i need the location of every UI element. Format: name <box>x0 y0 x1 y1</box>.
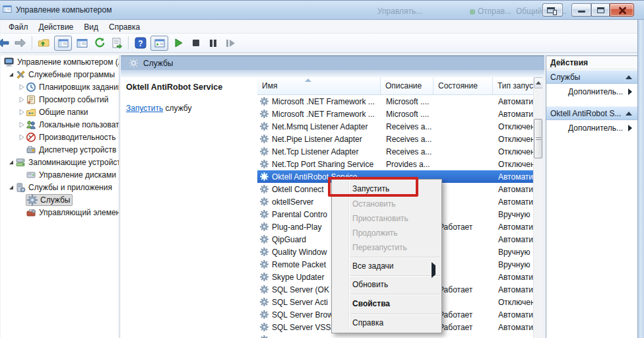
service-startup-type-cell: Отключена <box>493 147 533 156</box>
expander-closed-icon[interactable] <box>18 96 26 103</box>
menu-file[interactable]: Файл <box>3 21 34 33</box>
properties-icon[interactable] <box>75 36 89 50</box>
collapse-icon[interactable] <box>626 75 632 79</box>
service-row[interactable]: Microsoft .NET Framework ... Microsoft .… <box>257 108 533 120</box>
scroll-thumb[interactable] <box>534 119 542 158</box>
tree-item-task-scheduler[interactable]: Планировщик заданий <box>1 81 119 93</box>
column-header-description[interactable]: Описание <box>381 77 434 94</box>
tree-item-services-apps[interactable]: Службы и приложения <box>1 181 119 193</box>
menu-view[interactable]: Вид <box>79 21 104 33</box>
tree-item-system-tools[interactable]: Служебные программы <box>1 68 119 81</box>
tree-item-computer-management[interactable]: Управление компьютером (л <box>1 55 119 68</box>
refresh-icon[interactable] <box>92 36 106 50</box>
maximize-button[interactable] <box>591 3 610 17</box>
service-gear-icon <box>260 285 269 294</box>
service-row[interactable]: Net.Tcp Listener Adapter Receives a... О… <box>257 145 533 158</box>
back-icon[interactable] <box>0 36 10 50</box>
column-header-status[interactable]: Состояние <box>434 77 493 94</box>
show-action-pane-icon[interactable] <box>150 36 168 51</box>
submenu-arrow-icon <box>432 263 435 277</box>
service-row[interactable]: Microsoft .NET Framework ... Microsoft .… <box>257 95 533 108</box>
collapse-icon[interactable] <box>626 112 632 116</box>
tree-selection: Службы <box>26 194 73 206</box>
menu-help[interactable]: Справка <box>104 21 145 33</box>
actions-section-oktell[interactable]: Oktell AntiRobot S... <box>546 106 637 120</box>
expander-closed-icon[interactable] <box>18 134 26 141</box>
menubar: Файл Действие Вид Справка <box>1 20 637 34</box>
menu-separator <box>350 275 440 276</box>
column-header-startup-type[interactable]: Тип запус <box>493 77 533 94</box>
service-row[interactable] <box>257 333 533 338</box>
scroll-up-button[interactable] <box>534 77 542 88</box>
service-description-cell: Microsoft .... <box>381 110 434 119</box>
service-row[interactable]: Net.Pipe Listener Adapter Receives a... … <box>257 133 533 145</box>
start-service-link[interactable]: Запустить <box>126 104 163 113</box>
stop-service-icon[interactable] <box>189 36 203 50</box>
tree-item-storage[interactable]: Запоминающие устройст <box>1 156 119 168</box>
service-gear-icon <box>260 235 269 244</box>
service-description-cell: Receives a... <box>381 147 434 156</box>
column-header-name[interactable]: Имя <box>257 77 381 94</box>
service-gear-icon <box>260 248 269 256</box>
window-glyph-icon <box>547 7 555 13</box>
tree-item-event-viewer[interactable]: Просмотр событий <box>1 93 119 106</box>
tree-item-disk-management[interactable]: Управление дисками <box>1 168 119 181</box>
expander-open-icon[interactable] <box>7 73 15 77</box>
tree-item-shared-folders[interactable]: Общие папки <box>1 106 119 118</box>
maximize-icon <box>597 7 604 13</box>
actions-more-services[interactable]: Дополнитель... <box>546 84 637 100</box>
actions-more-oktell[interactable]: Дополнитель... <box>546 120 637 136</box>
service-gear-icon <box>260 160 269 168</box>
expander-open-icon[interactable] <box>7 160 15 164</box>
menu-action[interactable]: Действие <box>34 21 79 33</box>
tree-item-performance[interactable]: Производительность <box>1 131 119 143</box>
up-folder-icon[interactable] <box>37 36 51 50</box>
toolbar-separator <box>128 36 129 50</box>
export-list-icon[interactable] <box>110 36 123 50</box>
minimize-button[interactable] <box>571 3 591 17</box>
list-scrollbar[interactable] <box>533 77 542 338</box>
minimize-icon <box>578 11 585 13</box>
service-startup-type-cell: Автоматически <box>493 197 533 207</box>
pause-service-icon[interactable] <box>206 36 220 50</box>
server-gear-icon <box>15 182 26 193</box>
help-icon[interactable]: ? <box>133 36 147 50</box>
performance-icon <box>26 132 36 143</box>
menu-item-help[interactable]: Справка <box>332 316 441 330</box>
service-startup-type-cell: Автоматически <box>493 185 533 194</box>
start-service-icon[interactable] <box>172 36 185 50</box>
service-status-cell: Работает <box>434 310 493 320</box>
service-row[interactable]: Net.Tcp Port Sharing Service Provides a.… <box>257 158 533 170</box>
service-gear-icon <box>260 110 269 118</box>
close-button[interactable] <box>610 3 634 17</box>
expander-closed-icon[interactable] <box>18 121 26 128</box>
forward-icon[interactable] <box>13 36 27 50</box>
menu-item-refresh[interactable]: Обновить <box>332 277 441 292</box>
expander-closed-icon[interactable] <box>18 109 26 116</box>
tree-item-device-manager[interactable]: Диспетчер устройств <box>1 143 119 156</box>
service-description-cell: Microsoft .... <box>381 97 434 106</box>
show-console-tree-icon[interactable] <box>54 36 72 51</box>
menu-separator <box>350 257 440 257</box>
restart-service-icon[interactable] <box>223 36 237 50</box>
expander-closed-icon[interactable] <box>18 84 26 90</box>
menu-item-pause: Приостановить <box>332 211 441 226</box>
window-frame-right <box>637 20 644 338</box>
actions-section-services[interactable]: Службы <box>546 70 637 84</box>
expander-open-icon[interactable] <box>7 186 15 189</box>
service-gear-icon <box>260 273 269 281</box>
service-gear-icon <box>260 222 269 231</box>
tree-item-local-users[interactable]: Локальные пользовате <box>1 118 119 131</box>
service-name-cell <box>257 335 381 338</box>
service-gear-icon <box>260 97 269 106</box>
extended-pane: Oktell AntiRobot Service Запустить служб… <box>121 77 257 338</box>
tree-item-services[interactable]: Службы <box>1 193 119 206</box>
tree-item-wmi-control[interactable]: Управляющий элемен <box>1 206 119 219</box>
menu-item-properties[interactable]: Свойства <box>332 296 441 312</box>
service-startup-type-cell: Отключена <box>493 135 533 144</box>
service-name-cell: Net.Tcp Listener Adapter <box>257 147 381 156</box>
service-row[interactable]: Net.Msmq Listener Adapter Receives a... … <box>257 120 533 133</box>
menu-item-all-tasks[interactable]: Все задачи <box>332 259 441 273</box>
context-help-button[interactable] <box>542 3 563 17</box>
toolbar-separator <box>32 36 32 50</box>
